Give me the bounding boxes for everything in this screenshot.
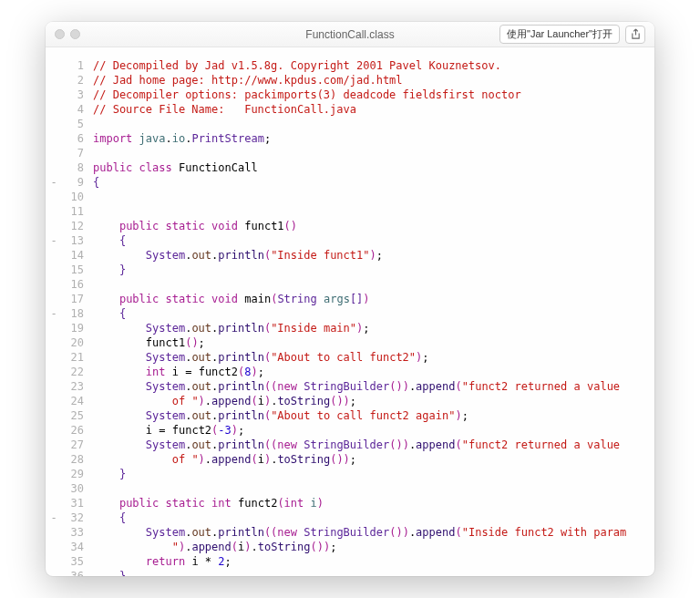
line-number: 15: [62, 263, 91, 277]
code-line[interactable]: 2// Jad home page: http://www.kpdus.com/…: [46, 73, 654, 88]
fold-gutter: [46, 335, 62, 350]
code-line[interactable]: 31 public static int funct2(int i): [46, 496, 654, 510]
code-line[interactable]: 11: [46, 204, 654, 219]
code-line[interactable]: 29 }: [46, 467, 654, 481]
code-content: System.out.println("Inside funct1");: [91, 248, 654, 263]
fold-gutter: [46, 525, 62, 540]
code-content: public static int funct2(int i): [91, 496, 654, 510]
line-number: 1: [62, 58, 91, 73]
line-number: 7: [62, 146, 91, 160]
code-line[interactable]: 30: [46, 481, 654, 496]
code-line[interactable]: 22 int i = funct2(8);: [46, 365, 654, 379]
code-content: i = funct2(-3);: [91, 423, 654, 438]
line-number: 17: [62, 292, 91, 306]
code-line[interactable]: 10: [46, 190, 654, 204]
line-number: 6: [62, 131, 91, 146]
code-line[interactable]: 34 ").append(i).toString());: [46, 540, 654, 554]
traffic-lights: [55, 29, 80, 39]
code-content: {: [91, 175, 654, 190]
code-line[interactable]: 16: [46, 277, 654, 292]
code-content: [91, 117, 654, 131]
code-editor[interactable]: 1// Decompiled by Jad v1.5.8g. Copyright…: [46, 47, 654, 576]
fold-gutter: [46, 365, 62, 379]
code-line[interactable]: 21 System.out.println("About to call fun…: [46, 350, 654, 365]
fold-gutter: [46, 88, 62, 102]
line-number: 11: [62, 204, 91, 219]
fold-gutter: [46, 554, 62, 569]
fold-gutter: [46, 408, 62, 423]
code-line[interactable]: -9{: [46, 175, 654, 190]
preview-window: FunctionCall.class 使用"Jar Launcher"打开 1/…: [46, 22, 654, 576]
line-number: 16: [62, 277, 91, 292]
fold-gutter[interactable]: -: [46, 510, 62, 525]
code-line[interactable]: 36 }: [46, 569, 654, 576]
fold-gutter: [46, 204, 62, 219]
line-number: 29: [62, 467, 91, 481]
line-number: 12: [62, 219, 91, 233]
code-content: System.out.println((new StringBuilder())…: [91, 438, 654, 452]
fold-gutter: [46, 277, 62, 292]
code-content: of ").append(i).toString());: [91, 452, 654, 467]
code-line[interactable]: 28 of ").append(i).toString());: [46, 452, 654, 467]
minimize-dot[interactable]: [70, 29, 80, 39]
line-number: 24: [62, 394, 91, 408]
code-line[interactable]: 12 public static void funct1(): [46, 219, 654, 233]
open-with-button[interactable]: 使用"Jar Launcher"打开: [499, 25, 620, 44]
code-line[interactable]: 6import java.io.PrintStream;: [46, 131, 654, 146]
code-line[interactable]: 8public class FunctionCall: [46, 160, 654, 175]
code-content: // Jad home page: http://www.kpdus.com/j…: [91, 73, 654, 88]
fold-gutter: [46, 73, 62, 88]
line-number: 8: [62, 160, 91, 175]
code-line[interactable]: 33 System.out.println((new StringBuilder…: [46, 525, 654, 540]
code-line[interactable]: 14 System.out.println("Inside funct1");: [46, 248, 654, 263]
code-line[interactable]: 4// Source File Name: FunctionCall.java: [46, 102, 654, 117]
line-number: 18: [62, 306, 91, 321]
fold-gutter: [46, 190, 62, 204]
code-line[interactable]: 26 i = funct2(-3);: [46, 423, 654, 438]
code-line[interactable]: 24 of ").append(i).toString());: [46, 394, 654, 408]
line-number: 21: [62, 350, 91, 365]
line-number: 13: [62, 233, 91, 248]
code-content: }: [91, 569, 654, 576]
code-line[interactable]: -13 {: [46, 233, 654, 248]
code-line[interactable]: 5: [46, 117, 654, 131]
code-line[interactable]: 1// Decompiled by Jad v1.5.8g. Copyright…: [46, 58, 654, 73]
fold-gutter: [46, 481, 62, 496]
titlebar: FunctionCall.class 使用"Jar Launcher"打开: [46, 22, 654, 47]
code-line[interactable]: 3// Decompiler options: packimports(3) d…: [46, 88, 654, 102]
fold-gutter: [46, 131, 62, 146]
fold-gutter: [46, 102, 62, 117]
fold-gutter[interactable]: -: [46, 233, 62, 248]
code-content: [91, 146, 654, 160]
code-line[interactable]: 20 funct1();: [46, 335, 654, 350]
code-line[interactable]: 23 System.out.println((new StringBuilder…: [46, 379, 654, 394]
code-content: {: [91, 510, 654, 525]
fold-gutter: [46, 321, 62, 335]
code-line[interactable]: 25 System.out.println("About to call fun…: [46, 408, 654, 423]
code-line[interactable]: 7: [46, 146, 654, 160]
code-content: // Source File Name: FunctionCall.java: [91, 102, 654, 117]
code-line[interactable]: 17 public static void main(String args[]…: [46, 292, 654, 306]
share-button[interactable]: [625, 26, 645, 44]
code-content: [91, 277, 654, 292]
fold-gutter: [46, 117, 62, 131]
code-line[interactable]: 19 System.out.println("Inside main");: [46, 321, 654, 335]
fold-gutter[interactable]: -: [46, 175, 62, 190]
close-dot[interactable]: [55, 29, 65, 39]
fold-gutter: [46, 540, 62, 554]
line-number: 20: [62, 335, 91, 350]
code-content: System.out.println((new StringBuilder())…: [91, 379, 654, 394]
fold-gutter[interactable]: -: [46, 306, 62, 321]
line-number: 2: [62, 73, 91, 88]
code-line[interactable]: 27 System.out.println((new StringBuilder…: [46, 438, 654, 452]
fold-gutter: [46, 248, 62, 263]
code-content: System.out.println("About to call funct2…: [91, 350, 654, 365]
code-line[interactable]: 15 }: [46, 263, 654, 277]
code-content: of ").append(i).toString());: [91, 394, 654, 408]
code-line[interactable]: -32 {: [46, 510, 654, 525]
fold-gutter: [46, 496, 62, 510]
fold-gutter: [46, 569, 62, 576]
code-line[interactable]: 35 return i * 2;: [46, 554, 654, 569]
line-number: 26: [62, 423, 91, 438]
code-line[interactable]: -18 {: [46, 306, 654, 321]
